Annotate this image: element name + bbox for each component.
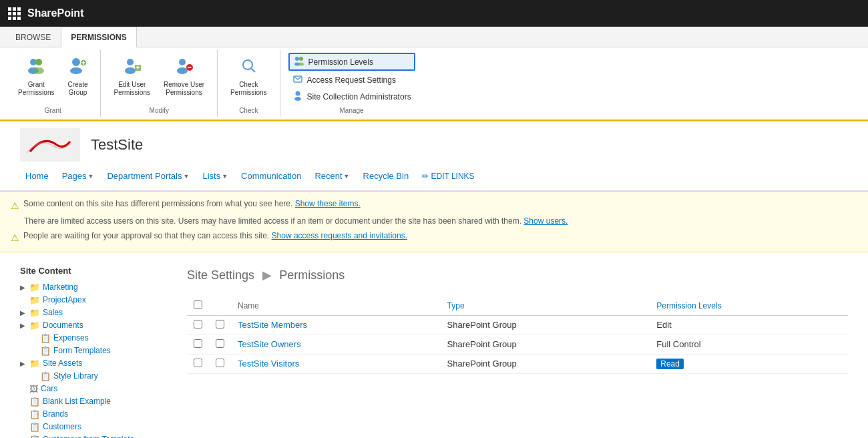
row-members-type: SharePoint Group (441, 315, 650, 335)
row-members-check1 (187, 315, 209, 335)
row-visitors-link[interactable]: TestSite Visitors (238, 359, 299, 369)
sidebar-label-marketing[interactable]: Marketing (43, 282, 78, 292)
sidebar-item-marketing[interactable]: ▶ 📁 Marketing (20, 281, 167, 294)
row-owners-checkbox1[interactable] (194, 339, 202, 348)
manage-group-label: Manage (288, 107, 415, 114)
create-group-button[interactable]: CreateGroup (63, 53, 92, 104)
row-visitors-check2 (209, 354, 231, 373)
sidebar-item-form-templates[interactable]: 📋 Form Templates (31, 345, 167, 357)
sidebar-label-customers[interactable]: Customers (43, 422, 81, 431)
sidebar-item-customers[interactable]: 📋 Customers (20, 421, 167, 433)
nav-recent-label: Recent (314, 171, 342, 181)
nav-recycle-bin-label: Recycle Bin (363, 171, 409, 181)
row-members-checkbox2[interactable] (216, 320, 224, 328)
sidebar-item-site-assets[interactable]: ▶ 📁 Site Assets (20, 357, 167, 370)
create-group-label: CreateGroup (67, 81, 87, 97)
sidebar-toggle-documents[interactable]: ▶ (20, 322, 27, 329)
col-perm-level-header: Permission Levels (650, 296, 848, 316)
select-all-checkbox[interactable] (194, 300, 202, 309)
site-collection-admins-button[interactable]: Site Collection Administrators (288, 89, 415, 104)
sidebar-icon-style-library: 📋 (40, 371, 51, 381)
permission-levels-label: Permission Levels (308, 57, 373, 67)
grant-permissions-label: GrantPermissions (18, 81, 54, 97)
nav-communication[interactable]: Communication (236, 168, 306, 184)
sidebar-label-style-library[interactable]: Style Library (53, 371, 98, 381)
nav-pages[interactable]: Pages ▼ (57, 168, 99, 184)
row-owners-type: SharePoint Group (441, 335, 650, 354)
svg-point-15 (177, 67, 188, 74)
sidebar-item-project-apex[interactable]: 📁 ProjectApex (20, 294, 167, 306)
svg-point-20 (295, 57, 299, 61)
sidebar-toggle-site-assets[interactable]: ▶ (20, 360, 27, 367)
nav-department-portals[interactable]: Department Portals ▼ (101, 168, 194, 184)
row-members-name: TestSite Members (231, 315, 441, 335)
sidebar-item-blank-list-example[interactable]: 📋 Blank List Example (20, 395, 167, 408)
nav-lists-caret: ▼ (222, 173, 228, 180)
remove-user-permissions-button[interactable]: Remove UserPermissions (159, 53, 209, 104)
sidebar-label-brands[interactable]: Brands (43, 409, 68, 419)
sidebar-item-documents[interactable]: ▶ 📁 Documents (20, 319, 167, 332)
svg-point-1 (35, 59, 42, 65)
sidebar-icon-expenses: 📋 (40, 333, 51, 343)
nav-department-portals-label: Department Portals (107, 171, 182, 181)
table-row: TestSite Owners SharePoint Group Full Co… (187, 335, 848, 354)
sidebar-icon-marketing: 📁 (29, 282, 40, 292)
row-visitors-checkbox1[interactable] (194, 359, 202, 367)
warning-row-3: ⚠ People are waiting for your approval s… (11, 229, 857, 246)
sidebar-item-cars[interactable]: 🖼 Cars (20, 383, 167, 395)
row-visitors-checkbox2[interactable] (216, 359, 224, 367)
nav-recent[interactable]: Recent ▼ (309, 168, 355, 184)
check-permissions-button[interactable]: CheckPermissions (226, 53, 271, 104)
sidebar-label-documents[interactable]: Documents (43, 320, 83, 330)
app-title: SharePoint (27, 7, 83, 19)
table-row: TestSite Members SharePoint Group Edit (187, 315, 848, 335)
access-request-settings-button[interactable]: Access Request Settings (288, 72, 415, 87)
nav-recycle-bin[interactable]: Recycle Bin (358, 168, 415, 184)
edit-user-permissions-button[interactable]: Edit UserPermissions (109, 53, 154, 104)
sidebar-item-brands[interactable]: 📋 Brands (20, 408, 167, 421)
sidebar-item-sales[interactable]: ▶ 📁 Sales (20, 306, 167, 319)
warning-link-3[interactable]: Show access requests and invitations. (272, 231, 407, 240)
warning-link-2[interactable]: Show users. (523, 216, 568, 226)
tab-browse[interactable]: BROWSE (5, 27, 61, 47)
sidebar-toggle-marketing[interactable]: ▶ (20, 284, 27, 291)
permission-levels-icon (294, 55, 304, 68)
sidebar-label-expenses[interactable]: Expenses (53, 333, 89, 343)
remove-user-permissions-icon (175, 56, 194, 79)
nav-home[interactable]: Home (20, 168, 54, 184)
warning-link-1[interactable]: Show these items. (295, 199, 361, 208)
row-members-link[interactable]: TestSite Members (238, 320, 307, 330)
table-header-row: Name Type Permission Levels (187, 296, 848, 316)
sidebar-toggle-sales[interactable]: ▶ (20, 309, 27, 316)
sidebar-label-project-apex[interactable]: ProjectApex (43, 295, 86, 304)
ribbon-content: GrantPermissions CreateGroup (0, 47, 868, 121)
nav-pages-caret: ▼ (88, 173, 94, 180)
sidebar-item-style-library[interactable]: 📋 Style Library (31, 370, 167, 383)
edit-links-button[interactable]: ✏ EDIT LINKS (422, 172, 474, 181)
row-owners-checkbox2[interactable] (216, 339, 224, 348)
ribbon: BROWSE PERMISSIONS GrantPermissions (0, 27, 868, 122)
tab-permissions[interactable]: PERMISSIONS (61, 27, 136, 47)
row-owners-link[interactable]: TestSite Owners (238, 339, 301, 349)
sidebar-label-customers-from-template[interactable]: Customers from Template (43, 435, 134, 438)
sidebar-item-customers-from-template[interactable]: 📋 Customers from Template (20, 433, 167, 438)
svg-point-9 (127, 59, 134, 65)
nav-lists[interactable]: Lists ▼ (197, 168, 233, 184)
app-grid-icon[interactable] (8, 7, 21, 20)
grant-permissions-button[interactable]: GrantPermissions (13, 53, 59, 104)
sidebar-item-expenses[interactable]: 📋 Expenses (31, 332, 167, 345)
permission-levels-button[interactable]: Permission Levels (288, 53, 415, 71)
table-row: TestSite Visitors SharePoint Group Read (187, 354, 848, 373)
warning-icon-1: ⚠ (11, 198, 19, 214)
warning-row-2: There are limited access users on this s… (24, 214, 857, 229)
row-owners-name: TestSite Owners (231, 335, 441, 354)
row-visitors-check1 (187, 354, 209, 373)
sidebar-label-blank-list[interactable]: Blank List Example (43, 397, 111, 406)
sidebar-label-form-templates[interactable]: Form Templates (53, 346, 111, 355)
sidebar-icon-documents: 📁 (29, 320, 40, 331)
breadcrumb-site-settings[interactable]: Site Settings (187, 268, 254, 282)
sidebar-label-cars[interactable]: Cars (41, 384, 57, 393)
row-members-checkbox1[interactable] (194, 320, 202, 328)
sidebar-label-site-assets[interactable]: Site Assets (43, 359, 82, 368)
sidebar-label-sales[interactable]: Sales (43, 308, 63, 317)
